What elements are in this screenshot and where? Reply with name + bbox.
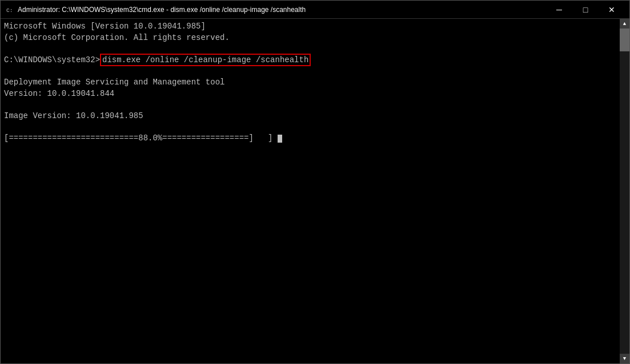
titlebar: C: Administrator: C:\WINDOWS\system32\cm… <box>1 1 629 19</box>
scrollbar: ▲ ▼ <box>620 19 629 363</box>
content-area: Microsoft Windows [Version 10.0.19041.98… <box>1 19 629 363</box>
close-button[interactable]: ✕ <box>599 1 625 19</box>
window-title: Administrator: C:\WINDOWS\system32\cmd.e… <box>18 6 306 14</box>
scrollbar-thumb[interactable] <box>620 29 629 51</box>
command-text: dism.exe /online /cleanup-image /scanhea… <box>100 54 311 66</box>
prompt-text: C:\WINDOWS\system32> <box>4 55 100 64</box>
output-2: Version: 10.0.19041.844 <box>4 88 616 100</box>
progress-line: [===========================88.0%=======… <box>4 133 616 144</box>
minimize-button[interactable]: ─ <box>546 1 572 19</box>
cmd-window: C: Administrator: C:\WINDOWS\system32\cm… <box>0 0 630 364</box>
terminal-content[interactable]: Microsoft Windows [Version 10.0.19041.98… <box>1 19 620 363</box>
progress-suffix: ] <box>254 134 278 143</box>
maximize-button[interactable]: □ <box>572 1 599 19</box>
blank-2 <box>4 99 616 111</box>
cursor <box>278 135 282 143</box>
scrollbar-down-button[interactable]: ▼ <box>620 354 629 363</box>
blank-1 <box>4 66 616 77</box>
scrollbar-up-button[interactable]: ▲ <box>620 19 629 29</box>
output-1: Deployment Image Servicing and Managemen… <box>4 77 616 88</box>
titlebar-controls: ─ □ ✕ <box>546 1 625 19</box>
line-1: Microsoft Windows [Version 10.0.19041.98… <box>4 21 616 33</box>
svg-text:C:: C: <box>6 7 13 14</box>
line-prompt: C:\WINDOWS\system32>dism.exe /online /cl… <box>4 55 616 66</box>
output-3: Image Version: 10.0.19041.985 <box>4 111 616 122</box>
progress-text: [===========================88.0%=======… <box>4 134 254 143</box>
titlebar-left: C: Administrator: C:\WINDOWS\system32\cm… <box>5 5 306 14</box>
line-3 <box>4 43 616 55</box>
scrollbar-track[interactable] <box>620 29 629 354</box>
blank-3 <box>4 122 616 133</box>
cmd-icon: C: <box>5 5 14 14</box>
line-2: (c) Microsoft Corporation. All rights re… <box>4 33 616 44</box>
